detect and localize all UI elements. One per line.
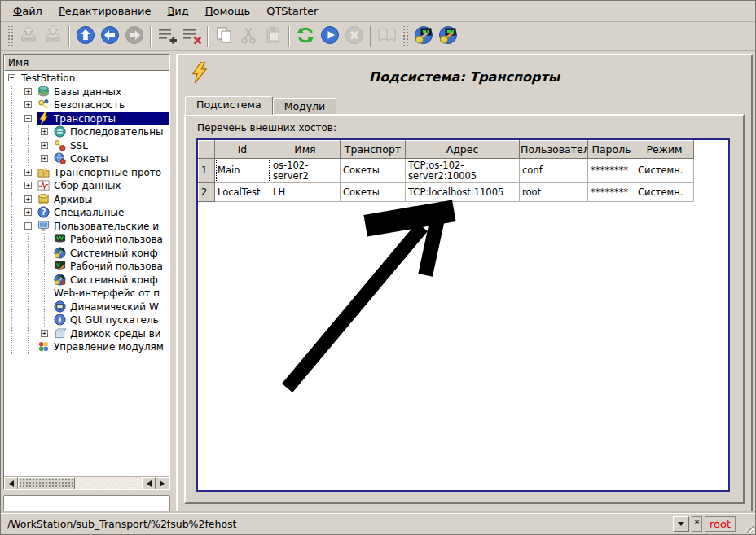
menu-вид[interactable]: Вид — [160, 2, 196, 20]
tab-модули[interactable]: Модули — [273, 98, 337, 114]
tree-item[interactable]: +Движок среды ви — [4, 327, 169, 341]
tree-item-selected-area[interactable]: Транспорты — [37, 112, 169, 126]
tree-item-area[interactable]: TestStation — [20, 72, 169, 86]
delete-item-button[interactable] — [179, 24, 204, 49]
toolbar-drag-handle[interactable] — [7, 26, 14, 47]
menu-редактирование[interactable]: Редактирование — [51, 2, 158, 20]
host-cell[interactable]: Main — [215, 159, 270, 183]
panel-splitter[interactable] — [170, 54, 176, 512]
tree-item[interactable]: +SSL — [4, 139, 169, 153]
expand-icon[interactable]: + — [41, 330, 48, 337]
tree-item-area[interactable]: Пользовательские и — [37, 220, 169, 234]
host-cell[interactable]: LocalTest — [215, 183, 270, 202]
column-header-имя[interactable]: Имя — [270, 141, 341, 159]
tree-item[interactable]: −TestStation — [4, 72, 169, 86]
toolbar-drag-handle[interactable] — [402, 26, 409, 47]
tree-item-area[interactable]: Рабочий пользова — [53, 233, 169, 247]
scroll-left-button[interactable] — [4, 477, 18, 489]
tree-item-area[interactable]: Базы данных — [37, 86, 169, 99]
scroll-left-button-2[interactable] — [142, 477, 156, 489]
tree-item-area[interactable]: Сбор данных — [37, 179, 169, 193]
column-header-пароль[interactable]: Пароль — [588, 141, 635, 159]
tree-item[interactable]: Рабочий пользова — [4, 260, 169, 274]
tree-item-area[interactable]: Сокеты — [53, 152, 169, 166]
menu-файл[interactable]: Файл — [6, 2, 50, 20]
go-back-button[interactable] — [98, 24, 122, 49]
tree-item[interactable]: Динамический W — [4, 300, 169, 314]
tree-item-area[interactable]: ?Специальные — [37, 206, 169, 220]
tree-item[interactable]: +?Специальные — [4, 206, 169, 220]
tree-item-area[interactable]: Системный конф — [53, 247, 169, 261]
current-user-badge[interactable]: root — [705, 516, 736, 532]
tree-item[interactable]: Web-интерфейс от п — [4, 287, 169, 300]
host-cell[interactable]: root — [520, 183, 588, 202]
column-header-пользователь[interactable]: Пользователь — [520, 141, 588, 159]
copy-item-button[interactable] — [212, 24, 236, 49]
row-number[interactable]: 1 — [199, 159, 215, 183]
tree-item-area[interactable]: Безопасность — [37, 99, 169, 112]
tree-horizontal-scrollbar[interactable] — [4, 476, 169, 489]
start-periodic-update-button[interactable] — [318, 24, 342, 49]
tree-item[interactable]: Управление модулям — [4, 340, 169, 354]
tree-item[interactable]: Системный конф — [4, 247, 169, 261]
collapse-icon[interactable]: − — [8, 74, 15, 81]
tree-item[interactable]: Системный конф — [4, 274, 169, 287]
resize-grip[interactable] — [742, 521, 754, 533]
tree-item-area[interactable]: Динамический W — [53, 300, 169, 314]
add-item-button[interactable] — [155, 24, 179, 49]
host-cell[interactable]: LH — [270, 183, 341, 202]
refresh-button[interactable] — [293, 24, 318, 49]
tree-item[interactable]: +Базы данных — [4, 86, 169, 99]
column-header-режим[interactable]: Режим — [635, 141, 694, 159]
host-cell[interactable]: ******** — [588, 159, 635, 183]
host-cell[interactable]: Сокеты — [341, 159, 406, 183]
tree-item-area[interactable]: Qt GUI пускатель — [53, 314, 169, 327]
host-cell[interactable]: Сокеты — [341, 183, 406, 202]
host-cell[interactable]: TCP:localhost:11005 — [406, 183, 520, 202]
tree-item-area[interactable]: Движок среды ви — [53, 327, 169, 341]
tree-item[interactable]: +Сокеты — [4, 152, 169, 166]
tree-item-area[interactable]: Web-интерфейс от п — [53, 287, 169, 300]
expand-icon[interactable]: + — [24, 88, 32, 95]
expand-icon[interactable]: + — [41, 128, 48, 135]
menu-qtstarter[interactable]: QTStarter — [259, 2, 325, 20]
go-up-button[interactable] — [73, 24, 98, 49]
menu-помощь[interactable]: Помощь — [198, 2, 257, 20]
column-header-транспорт[interactable]: Транспорт — [341, 141, 406, 159]
tree-header-name-column[interactable]: Имя — [4, 55, 169, 71]
qtcfg-tool-button[interactable] — [411, 24, 436, 49]
scrollbar-thumb[interactable] — [18, 477, 75, 489]
collapse-icon[interactable]: − — [24, 222, 32, 230]
host-cell[interactable]: os-102-server2 — [270, 159, 341, 183]
status-star-button[interactable]: * — [692, 516, 702, 532]
scrollbar-track[interactable] — [75, 477, 142, 489]
expand-icon[interactable]: + — [41, 142, 48, 149]
expand-icon[interactable]: + — [24, 182, 32, 189]
tree-item[interactable]: +Транспортные прото — [4, 166, 169, 180]
expand-icon[interactable]: + — [41, 155, 48, 162]
tree-item-area[interactable]: SSL — [53, 139, 169, 153]
tree-item[interactable]: −Транспорты — [4, 112, 169, 126]
status-dropdown-button[interactable] — [673, 516, 689, 532]
tree-item[interactable]: +Сбор данных — [4, 179, 169, 193]
expand-icon[interactable]: + — [24, 101, 32, 108]
tab-подсистема[interactable]: Подсистема — [185, 96, 273, 115]
host-cell[interactable]: Системн. — [635, 183, 694, 202]
collapse-icon[interactable]: − — [24, 115, 32, 122]
tree-bottom-field[interactable] — [3, 495, 170, 512]
expand-icon[interactable]: + — [24, 195, 32, 203]
tree-item[interactable]: +Архивы — [4, 193, 169, 207]
tree-item-area[interactable]: Системный конф — [53, 274, 169, 287]
tree-item-area[interactable]: Рабочий пользова — [53, 260, 169, 274]
host-cell[interactable]: Системн. — [635, 159, 694, 183]
tree-item-area[interactable]: Управление модулям — [37, 340, 169, 354]
host-cell[interactable]: TCP:os-102-server2:10005 — [406, 159, 520, 183]
tree-item-area[interactable]: Последовательны — [53, 125, 169, 139]
column-header-адрес[interactable]: Адрес — [406, 141, 520, 159]
tree-item[interactable]: +Последовательны — [4, 125, 169, 139]
tree-item[interactable]: Рабочий пользова — [4, 233, 169, 247]
tree-item[interactable]: Qt GUI пускатель — [4, 314, 169, 327]
column-header-id[interactable]: Id — [215, 141, 270, 159]
tree-item-area[interactable]: Архивы — [37, 193, 169, 207]
row-number[interactable]: 2 — [199, 183, 215, 202]
